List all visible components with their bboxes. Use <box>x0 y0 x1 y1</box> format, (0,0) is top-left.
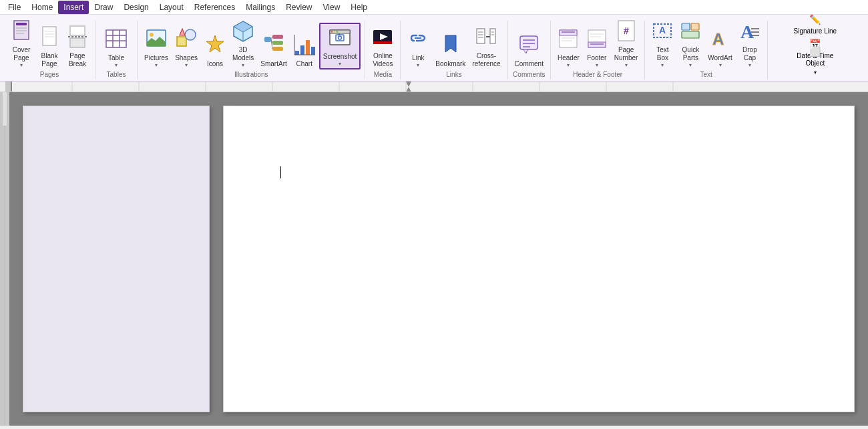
screenshot-button[interactable]: Screenshot ▾ <box>319 23 361 69</box>
shapes-label: Shapes <box>175 54 198 62</box>
drop-cap-button[interactable]: A DropCap ▾ <box>736 23 763 69</box>
menu-draw[interactable]: Draw <box>89 1 118 14</box>
chart-icon <box>294 33 315 59</box>
header-footer-group-label: Header & Footer <box>555 71 640 80</box>
pictures-icon <box>146 27 167 53</box>
svg-rect-28 <box>272 41 283 45</box>
wordart-button[interactable]: A A WordArt ▾ <box>705 23 735 69</box>
header-button[interactable]: Header ▾ <box>555 23 582 69</box>
menu-references[interactable]: References <box>189 1 240 14</box>
ruler-svg <box>5 82 868 92</box>
cross-reference-button[interactable]: Cross-reference <box>469 23 503 69</box>
quick-parts-button[interactable]: QuickParts ▾ <box>677 23 704 69</box>
svg-text:A: A <box>659 25 666 35</box>
blank-page-label: BlankPage <box>41 52 57 68</box>
chart-button[interactable]: Chart <box>291 23 318 69</box>
svg-rect-27 <box>272 35 283 39</box>
vertical-ruler <box>0 92 9 426</box>
svg-rect-11 <box>70 38 85 47</box>
object-arrow: ▾ <box>814 69 817 76</box>
menu-file[interactable]: File <box>3 1 26 14</box>
svg-rect-1 <box>16 23 27 25</box>
3d-models-label: 3DModels <box>232 46 254 62</box>
left-page[interactable] <box>23 106 210 412</box>
icons-button[interactable]: Icons <box>202 23 228 69</box>
menu-mailings[interactable]: Mailings <box>240 1 280 14</box>
page-break-icon <box>67 25 88 51</box>
menu-home[interactable]: Home <box>26 1 58 14</box>
svg-rect-90 <box>11 82 12 92</box>
right-stack: ✏️ Signature Line ▾ 📅 Date & Time ⬜ Obje… <box>772 30 859 77</box>
header-icon <box>558 27 579 53</box>
ribbon-group-right: ✏️ Signature Line ▾ 📅 Date & Time ⬜ Obje… <box>768 21 863 80</box>
text-box-icon: A <box>652 19 673 45</box>
text-box-arrow: ▾ <box>661 62 664 68</box>
ruler <box>0 82 868 92</box>
page-number-label: PageNumber <box>614 46 638 62</box>
cross-reference-icon <box>475 25 497 51</box>
menu-insert[interactable]: Insert <box>58 1 89 14</box>
svg-rect-5 <box>43 27 56 45</box>
3d-models-button[interactable]: 3DModels ▾ <box>230 23 256 69</box>
svg-rect-46 <box>338 34 340 35</box>
pictures-button[interactable]: Pictures ▾ <box>142 23 171 69</box>
cover-page-button[interactable]: CoverPage ▾ <box>8 23 35 69</box>
comments-items: Comment <box>512 23 546 69</box>
svg-rect-52 <box>477 29 485 43</box>
page-number-button[interactable]: # PageNumber ▾ <box>612 23 641 69</box>
online-videos-button[interactable]: OnlineVideos <box>369 23 396 69</box>
svg-rect-29 <box>272 47 283 51</box>
table-arrow: ▾ <box>115 62 118 68</box>
header-arrow: ▾ <box>567 62 570 68</box>
svg-rect-71 <box>588 42 606 47</box>
svg-point-42 <box>334 31 335 32</box>
table-button[interactable]: Table ▾ <box>99 23 133 69</box>
footer-button[interactable]: Footer ▾ <box>584 23 610 69</box>
menu-help[interactable]: Help <box>345 1 373 14</box>
svg-point-18 <box>150 33 154 37</box>
menu-view[interactable]: View <box>318 1 346 14</box>
footer-label: Footer <box>587 54 606 62</box>
ribbon-group-header-footer: Header ▾ Footer ▾ <box>551 21 645 80</box>
quick-parts-label: QuickParts <box>682 46 700 62</box>
ribbon: CoverPage ▾ BlankPage <box>0 15 868 82</box>
menu-layout[interactable]: Layout <box>154 1 189 14</box>
smartart-button[interactable]: SmartArt <box>258 23 289 69</box>
svg-rect-89 <box>5 82 11 92</box>
bookmark-button[interactable]: Bookmark <box>433 23 468 69</box>
svg-marker-51 <box>445 35 456 52</box>
shapes-button[interactable]: Shapes ▾ <box>172 23 200 69</box>
wordart-arrow: ▾ <box>719 62 722 68</box>
header-label: Header <box>558 54 580 62</box>
object-icon: ⬜ <box>809 46 821 57</box>
cross-reference-label: Cross-reference <box>472 52 500 68</box>
comment-button[interactable]: Comment <box>512 23 546 69</box>
cover-page-arrow: ▾ <box>20 62 23 68</box>
screenshot-arrow: ▾ <box>339 61 341 67</box>
svg-point-20 <box>185 29 196 40</box>
svg-rect-49 <box>373 41 392 44</box>
link-icon <box>407 27 429 53</box>
menu-review[interactable]: Review <box>280 1 317 14</box>
table-label: Table <box>108 54 124 62</box>
object-button[interactable]: ⬜ Object ▾ <box>772 62 859 77</box>
online-videos-icon <box>372 25 393 51</box>
comments-group-label: Comments <box>512 71 546 80</box>
text-box-button[interactable]: A TextBox ▾ <box>649 23 676 69</box>
page-break-button[interactable]: PageBreak <box>64 23 91 69</box>
document-area <box>0 92 868 426</box>
text-group-label: Text <box>649 71 763 80</box>
page-area <box>9 92 868 426</box>
blank-page-button[interactable]: BlankPage <box>36 23 63 69</box>
wordart-label: WordArt <box>708 54 732 62</box>
link-arrow: ▾ <box>417 62 419 68</box>
links-items: Link ▾ Bookmark <box>405 23 503 69</box>
tables-items: Table ▾ <box>99 23 133 69</box>
page-break-label: PageBreak <box>69 52 86 68</box>
svg-rect-36 <box>311 47 315 55</box>
pages-items: CoverPage ▾ BlankPage <box>8 23 91 69</box>
svg-marker-61 <box>523 49 527 53</box>
main-page[interactable] <box>223 106 855 412</box>
menu-design[interactable]: Design <box>118 1 154 14</box>
link-button[interactable]: Link ▾ <box>405 23 431 69</box>
